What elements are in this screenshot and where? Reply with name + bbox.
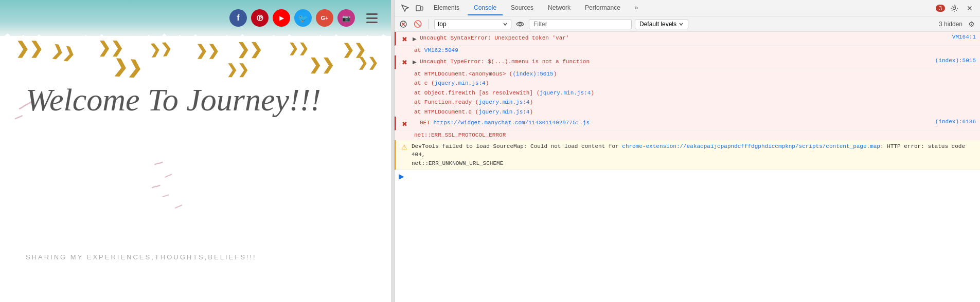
brush-decoration: ━━ bbox=[161, 192, 170, 200]
warning-icon: ⚠ bbox=[400, 143, 408, 152]
device-toolbar-icon[interactable] bbox=[413, 2, 425, 14]
context-selector[interactable]: top bbox=[434, 19, 511, 29]
pinterest-icon[interactable]: ℗ bbox=[251, 9, 269, 27]
toolbar-separator bbox=[429, 19, 429, 29]
googleplus-icon[interactable]: G+ bbox=[316, 9, 333, 27]
chevron-decoration: ❯❯ bbox=[98, 39, 123, 56]
error-icon: ✖ bbox=[400, 59, 408, 67]
error-location[interactable]: (index):5015 bbox=[935, 58, 976, 64]
twitter-icon[interactable]: 🐦 bbox=[294, 9, 312, 27]
tab-elements[interactable]: Elements bbox=[427, 1, 466, 15]
hidden-messages-count: 3 hidden bbox=[939, 21, 963, 28]
inspect-pointer-icon[interactable] bbox=[399, 2, 411, 14]
tab-sources[interactable]: Sources bbox=[505, 1, 540, 15]
expand-arrow[interactable]: ▶ bbox=[412, 59, 418, 65]
chevron-decoration: ❯❯ bbox=[50, 42, 76, 62]
console-error-entry: ✖ ▶ GET https://widget.manychat.com/1143… bbox=[395, 117, 980, 130]
brush-decoration: ━━ bbox=[164, 171, 173, 181]
svg-rect-0 bbox=[416, 6, 420, 11]
hamburger-menu-icon[interactable] bbox=[363, 9, 381, 27]
console-error-entry: ✖ ▶ Uncaught TypeError: $(...).mmenu is … bbox=[395, 55, 980, 69]
instagram-icon[interactable]: 📷 bbox=[337, 9, 355, 27]
error-message: Uncaught SyntaxError: Unexpected token '… bbox=[420, 34, 948, 43]
jquery-link[interactable]: jquery.min.js:4 bbox=[478, 99, 529, 105]
caret-icon[interactable]: ▶ bbox=[399, 172, 404, 180]
welcome-heading: Welcome To Journey!!! bbox=[26, 82, 376, 117]
levels-label: Default levels bbox=[639, 21, 676, 28]
error-icon: ✖ bbox=[400, 35, 408, 43]
chevron-decoration: ❯❯ bbox=[309, 55, 334, 73]
warning-message: DevTools failed to load SourceMap: Could… bbox=[412, 142, 976, 168]
get-url-link[interactable]: https://widget.manychat.com/114301140297… bbox=[433, 120, 590, 126]
index-link[interactable]: (index):5015 bbox=[512, 71, 553, 77]
console-toolbar: 🚫 top Default levels 3 hidden ⚙ bbox=[395, 16, 980, 32]
jquery-link[interactable]: jquery.min.js:4 bbox=[540, 90, 591, 96]
error-icon: ✖ bbox=[400, 120, 408, 128]
facebook-icon[interactable]: f bbox=[229, 9, 247, 27]
console-prompt[interactable]: ▶ bbox=[395, 170, 980, 182]
close-devtools-icon[interactable]: ✕ bbox=[964, 2, 976, 14]
console-settings-icon[interactable]: ⚙ bbox=[966, 18, 977, 30]
error-location[interactable]: VM164:1 bbox=[952, 34, 976, 40]
chrome-extension-link[interactable]: chrome-extension://eakacpaijcpapndcfffdg… bbox=[622, 143, 880, 149]
chevron-decoration: ❯❯ bbox=[226, 62, 249, 78]
brush-decoration: ━━ bbox=[174, 202, 184, 212]
brush-decoration: ━━ bbox=[151, 181, 162, 192]
settings-icon[interactable] bbox=[948, 2, 960, 14]
devtools-action-icons: 3 ✕ bbox=[936, 2, 976, 14]
error-count-badge: 3 bbox=[936, 5, 945, 12]
tab-more[interactable]: » bbox=[629, 1, 645, 15]
website-header: f ℗ ▶ 🐦 G+ 📷 bbox=[0, 0, 391, 36]
youtube-icon[interactable]: ▶ bbox=[273, 9, 290, 27]
social-icons-bar: f ℗ ▶ 🐦 G+ 📷 bbox=[229, 9, 381, 27]
console-warning-entry: ⚠ DevTools failed to load SourceMap: Cou… bbox=[395, 140, 980, 171]
error-sub-line: at Function.ready (jquery.min.js:4) bbox=[395, 98, 980, 107]
error-sub-line: at HTMLDocument.q (jquery.min.js:4) bbox=[395, 107, 980, 117]
subtitle-section: SHARING MY EXPERIENCES,THOUGHTS,BELIEFS!… bbox=[15, 212, 391, 261]
svg-point-6 bbox=[519, 23, 522, 25]
chevron-decoration: ❯❯ bbox=[358, 55, 378, 70]
expand-arrow[interactable]: ▶ bbox=[412, 35, 418, 42]
error-location[interactable]: (index):6136 bbox=[935, 119, 976, 125]
brush-decoration: ━━ bbox=[153, 158, 164, 169]
error-message: GET https://widget.manychat.com/11430114… bbox=[420, 119, 931, 127]
error-sub-line: net::ERR_SSL_PROTOCOL_ERROR bbox=[395, 130, 980, 140]
vm-link[interactable]: VM162:5049 bbox=[424, 47, 458, 53]
filter-input[interactable] bbox=[529, 19, 632, 29]
jquery-link[interactable]: jquery.min.js:4 bbox=[435, 80, 486, 86]
subtitle-text: SHARING MY EXPERIENCES,THOUGHTS,BELIEFS!… bbox=[26, 253, 391, 261]
tab-network[interactable]: Network bbox=[542, 1, 577, 15]
stop-recording-icon[interactable] bbox=[398, 18, 409, 30]
error-sub-line: at HTMLDocument.<anonymous> ((index):501… bbox=[395, 69, 980, 79]
devtools-toolbar: Elements Console Sources Network Perform… bbox=[395, 0, 980, 16]
devtools-panel: Elements Console Sources Network Perform… bbox=[394, 0, 980, 302]
welcome-section: Welcome To Journey!!! bbox=[0, 82, 391, 117]
jquery-link[interactable]: jquery.min.js:4 bbox=[478, 109, 529, 115]
context-label: top bbox=[438, 21, 447, 28]
error-message: Uncaught TypeError: $(...).mmenu is not … bbox=[420, 58, 931, 66]
eye-icon[interactable] bbox=[514, 18, 526, 30]
error-sub-line: at c (jquery.min.js:4) bbox=[395, 79, 980, 88]
clear-console-icon[interactable]: 🚫 bbox=[412, 18, 423, 30]
chevron-decoration: ❯❯ bbox=[15, 39, 43, 58]
svg-rect-1 bbox=[421, 7, 423, 10]
tab-performance[interactable]: Performance bbox=[579, 1, 627, 15]
svg-point-2 bbox=[953, 7, 956, 9]
chevron-decoration: ❯❯ bbox=[237, 40, 262, 58]
chevron-decoration: ❯❯ bbox=[112, 55, 142, 79]
tab-console[interactable]: Console bbox=[468, 1, 503, 15]
chevron-decoration: ❯❯ bbox=[149, 40, 173, 58]
log-levels-dropdown[interactable]: Default levels bbox=[635, 19, 688, 29]
console-error-entry: ✖ ▶ Uncaught SyntaxError: Unexpected tok… bbox=[395, 32, 980, 46]
error-sub-line: at Object.fireWith [as resolveWith] (jqu… bbox=[395, 88, 980, 98]
error-sub-line: at VM162:5049 bbox=[395, 46, 980, 55]
chevron-decoration: ❯❯ bbox=[288, 41, 309, 55]
console-content: ✖ ▶ Uncaught SyntaxError: Unexpected tok… bbox=[395, 32, 980, 302]
chevron-decoration: ❯❯ bbox=[195, 42, 219, 59]
website-panel: f ℗ ▶ 🐦 G+ 📷 ❯❯ ❯❯ ❯❯ ❯❯ ❯❯ ❯❯ ❯❯ ❯❯ ❯❯ … bbox=[0, 0, 391, 302]
